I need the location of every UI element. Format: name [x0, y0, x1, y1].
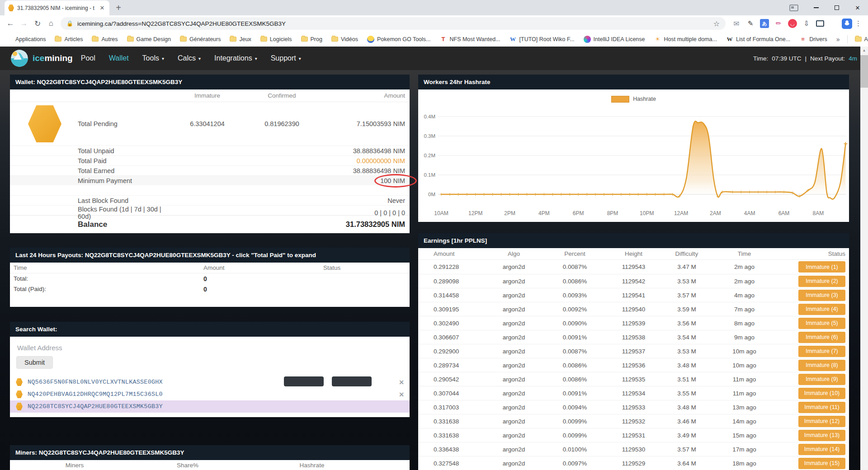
immature-status-button[interactable]: Immature (8) [798, 360, 845, 371]
wallet-row-value: 100 NIM [319, 177, 410, 184]
nav-link-calcs[interactable]: Calcs▾ [178, 54, 201, 62]
earning-amount: 0.306607 [434, 334, 483, 341]
scrollbar-up-arrow[interactable]: ▲ [860, 47, 868, 54]
apps-grid-extension-icon[interactable] [829, 19, 838, 28]
window-minimize-button[interactable] [806, 0, 826, 15]
remove-wallet-icon[interactable]: ✕ [399, 379, 404, 386]
pocket-extension-icon[interactable]: ◡ [788, 19, 797, 28]
balance-value: 31.73832905 NIM [319, 220, 410, 229]
immature-status-button[interactable]: Immature (14) [798, 444, 845, 455]
page-scrollbar[interactable]: ▲ [860, 47, 868, 470]
bookmark-game-design[interactable]: Game Design [127, 36, 171, 42]
other-bookmarks-folder[interactable]: Autres favoris [855, 36, 868, 42]
immature-status-button[interactable]: Immature (13) [798, 430, 845, 441]
nav-link-tools[interactable]: Tools▾ [142, 54, 164, 62]
wallet-address-link[interactable]: NQ22G8TC8SYCJ4QAP2HUE80GTEEXSMK5GB3Y [28, 403, 163, 410]
miners-panel: Miners: NQ22G8TC8SYCJ4QAP2HUE80GTEEXSMK5… [10, 445, 410, 470]
pencil-extension-icon[interactable]: ✏ [774, 19, 783, 28]
immature-status-button[interactable]: Immature (3) [798, 290, 845, 301]
forward-button[interactable]: → [17, 17, 31, 30]
svg-text:0.4M: 0.4M [424, 114, 435, 119]
new-tab-button[interactable]: + [112, 1, 125, 14]
window-close-button[interactable]: ✕ [847, 0, 868, 15]
immature-status-button[interactable]: Immature (2) [798, 276, 845, 287]
wallet-address-link[interactable]: NQ420PEHBVAG12DHRQC9MQ12PL7M15C36SL0 [28, 391, 163, 398]
earning-difficulty: 3.48 M [662, 362, 712, 369]
bookmark-pokemon-go-tools[interactable]: Pokemon GO Tools... [367, 36, 431, 43]
earning-difficulty: 3.53 M [662, 278, 712, 285]
nav-link-wallet[interactable]: Wallet [109, 54, 129, 62]
wallet-address-link[interactable]: NQ5636F5N0FN8L0NLV0YCLXVTNLKASSE0GHX [28, 379, 163, 385]
immature-status-button[interactable]: Immature (7) [798, 346, 845, 357]
immature-status-button[interactable]: Immature (12) [798, 416, 845, 427]
profile-avatar[interactable] [842, 19, 852, 29]
chart-legend[interactable]: Hashrate [418, 89, 849, 103]
cast-extension-icon[interactable] [816, 20, 824, 27]
bookmark-applications[interactable]: Applications [5, 36, 46, 43]
wallet-row-label: Total Earned [78, 167, 170, 174]
bookmark-g-n-rateurs[interactable]: Générateurs [180, 36, 221, 42]
immature-status-button[interactable]: Immature (5) [798, 318, 845, 329]
bookmark-vid-os[interactable]: Vidéos [331, 36, 358, 42]
icemining-logo[interactable] [11, 50, 28, 67]
earning-height: 1129540 [605, 306, 662, 313]
wallet-row-value: 0 | 0 | 0 | 0 [319, 209, 410, 216]
browser-menu-icon[interactable]: ⋮ [852, 19, 864, 28]
browser-tab[interactable]: 31.73832905 NIM - icemining - t ✕ [5, 0, 109, 15]
immature-status-button[interactable]: Immature (11) [798, 402, 845, 413]
total-paid-link[interactable]: 0.00000000 NIM [357, 157, 405, 164]
reload-button[interactable]: ↻ [31, 17, 44, 30]
submit-button[interactable]: Submit [16, 356, 53, 369]
nav-link-pool[interactable]: Pool [81, 54, 95, 62]
bookmark-host-multiple-doma[interactable]: ☀Host multiple doma... [654, 36, 717, 43]
nav-link-support[interactable]: Support▾ [271, 54, 301, 62]
translate-extension-icon[interactable]: あ [760, 19, 769, 28]
bookmark-tuto-root-wiko-f[interactable]: W[TUTO] Root Wiko F... [509, 36, 575, 43]
bookmark-nfs-most-wanted[interactable]: TNFS Most Wanted... [439, 36, 500, 43]
bookmarks-overflow-icon[interactable]: » [836, 36, 840, 43]
immature-status-button[interactable]: Immature (9) [798, 374, 845, 385]
mail-extension-icon[interactable]: ✉ [732, 19, 741, 28]
miners-panel-header: Miners: NQ22G8TC8SYCJ4QAP2HUE80GTEEXSMK5… [10, 445, 410, 460]
saved-wallet-row[interactable]: NQ22G8TC8SYCJ4QAP2HUE80GTEEXSMK5GB3Y [10, 400, 410, 413]
wallet-address-input[interactable] [17, 344, 162, 352]
tablet-keyboard-icon[interactable] [789, 5, 798, 11]
bookmark-articles[interactable]: Articles [55, 36, 83, 42]
bookmark-list-of-formula-one[interactable]: WList of Formula One... [726, 36, 790, 43]
bookmark-logiciels[interactable]: Logiciels [260, 36, 292, 42]
bookmark-drivers[interactable]: ≡Drivers [799, 36, 827, 43]
bookmark-autres[interactable]: Autres [92, 36, 118, 42]
bookmark-label: Host multiple doma... [664, 36, 717, 42]
bookmark-star-icon[interactable]: ☆ [713, 19, 720, 28]
immature-status-button[interactable]: Immature (4) [798, 304, 845, 315]
scrollbar-thumb[interactable] [860, 55, 868, 88]
earning-difficulty: 3.54 M [662, 334, 712, 341]
earning-algo: argon2d [483, 390, 544, 397]
bookmark-prog[interactable]: Prog [301, 36, 322, 42]
saved-wallet-row[interactable]: NQ420PEHBVAG12DHRQC9MQ12PL7M15C36SL0✕ [10, 388, 410, 400]
url-text[interactable]: icemining.ca/?address=NQ22G8TC8SYCJ4QAP2… [77, 20, 709, 27]
wallet-row-minimum-payment: Minimum Payment100 NIM [10, 175, 410, 185]
window-maximize-button[interactable] [826, 0, 847, 15]
background-pill [332, 376, 372, 386]
bookmark-jeux[interactable]: Jeux [230, 36, 251, 42]
immature-status-button[interactable]: Immature (10) [798, 388, 845, 399]
earnings-panel: Earnings [1hr PPLNS] Amount Algo Percent… [418, 233, 849, 470]
address-bar[interactable]: 🔒 icemining.ca/?address=NQ22G8TC8SYCJ4QA… [61, 17, 726, 30]
immature-status-button[interactable]: Immature (15) [798, 458, 845, 469]
immature-status-button[interactable]: Immature (6) [798, 332, 845, 343]
earning-height: 1129542 [605, 278, 662, 285]
earning-algo: argon2d [483, 278, 544, 285]
eyedropper-extension-icon[interactable]: ✎ [746, 19, 755, 28]
immature-status-button[interactable]: Immature (1) [798, 261, 845, 273]
back-button[interactable]: ← [4, 17, 17, 30]
tab-close-icon[interactable]: ✕ [99, 5, 106, 11]
site-brand[interactable]: icemining [33, 53, 73, 63]
earning-difficulty: 3.51 M [662, 376, 712, 383]
download-extension-icon[interactable]: ⇩ [802, 19, 811, 28]
home-button[interactable]: ⌂ [44, 17, 58, 30]
earning-difficulty: 3.64 M [662, 460, 712, 467]
bookmark-intellij-idea-license[interactable]: IntelliJ IDEA License [584, 36, 645, 43]
remove-wallet-icon[interactable]: ✕ [399, 391, 404, 398]
nav-link-integrations[interactable]: Integrations▾ [214, 54, 257, 62]
